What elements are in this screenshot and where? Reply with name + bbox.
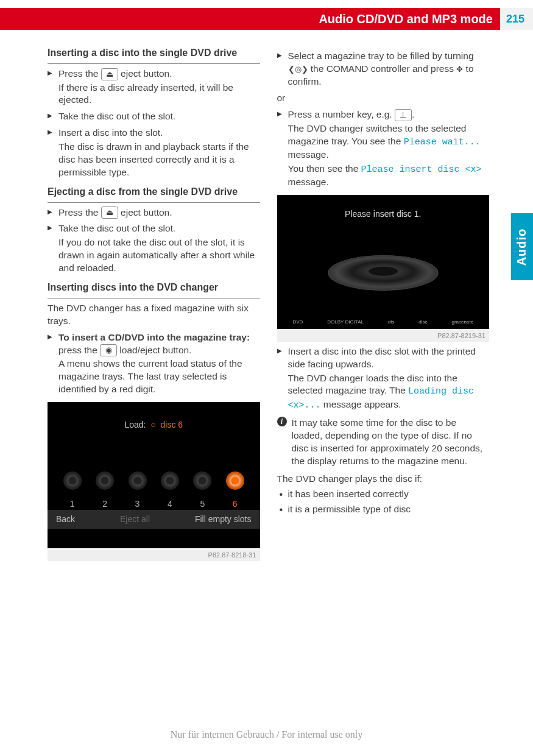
gracenote-logo: gracenote xyxy=(451,320,473,325)
main-content: Inserting a disc into the single DVD dri… xyxy=(48,46,489,561)
softkey-eject-all: Eject all xyxy=(120,514,150,525)
step-note: The DVD changer switches to the selected… xyxy=(288,122,490,161)
ss2-logos: DVD DOLBY DIGITAL dts disc gracenote xyxy=(277,316,490,329)
step-note: A menu shows the current load status of … xyxy=(58,358,260,396)
step: Take the disc out of the slot. If you do… xyxy=(48,222,260,275)
header-red-strip: Audio CD/DVD and MP3 mode xyxy=(0,8,500,30)
image-id: P82.87-8218-31 xyxy=(48,549,260,561)
please-insert-msg: Please insert disc <x> xyxy=(361,164,482,175)
slot-2: 2 xyxy=(96,472,114,510)
softkey-fill-empty: Fill empty slots xyxy=(195,514,252,525)
slot-5: 5 xyxy=(193,472,211,510)
please-wait-msg: Please wait... xyxy=(404,137,481,147)
step: Press a number key, e.g. ⊥. The DVD chan… xyxy=(277,108,490,189)
dts-logo: dts xyxy=(388,320,395,325)
right-column: Select a magazine tray to be filled by t… xyxy=(277,46,490,561)
bullet-item: it has been inserted correctly xyxy=(277,488,490,501)
softkey-back: Back xyxy=(56,514,75,525)
step-note: You then see the Please insert disc <x> … xyxy=(288,163,490,189)
slot-3: 3 xyxy=(129,472,147,510)
step: Insert a disc into the slot. The disc is… xyxy=(48,127,260,179)
bullet-item: it is a permissible type of disc xyxy=(277,503,490,516)
step: Press the ⏏ eject button. xyxy=(48,207,260,219)
slot-4: 4 xyxy=(161,472,179,510)
press-controller-icon: ✥ xyxy=(456,64,463,75)
section-insert-changer: Inserting discs into the DVD changer xyxy=(48,281,260,299)
ss1-title: Load: ○ disc 6 xyxy=(48,402,260,431)
dvd-logo: DVD xyxy=(292,320,303,325)
insert-disc-screenshot: Please insert disc 1. DVD DOLBY DIGITAL … xyxy=(277,195,490,329)
step-note: If there is a disc already inserted, it … xyxy=(58,82,260,107)
rotate-controller-icon: ❮◎❯ xyxy=(288,64,308,75)
step: To insert a CD/DVD into the magazine tra… xyxy=(48,331,260,397)
intro-text: The DVD changer has a fixed magazine wit… xyxy=(48,302,260,328)
ss2-message: Please insert disc 1. xyxy=(277,195,490,226)
eject-key-icon: ⏏ xyxy=(101,68,118,80)
step: Press the ⏏ eject button. If there is a … xyxy=(48,68,260,107)
step-note: The disc is drawn in and playback starts… xyxy=(58,141,260,179)
header-title: Audio CD/DVD and MP3 mode xyxy=(319,12,500,26)
footer-internal-use: Nur für internen Gebrauch / For internal… xyxy=(0,729,533,740)
ss1-slots: 1 2 3 4 5 6 xyxy=(48,431,260,510)
section-insert-single: Inserting a disc into the single DVD dri… xyxy=(48,46,260,64)
page-number: 215 xyxy=(500,8,533,30)
number-key-icon: ⊥ xyxy=(395,109,412,121)
step: Take the disc out of the slot. xyxy=(48,110,260,123)
step: Insert a disc into the disc slot with th… xyxy=(277,345,490,412)
image-id: P82.87-8219-31 xyxy=(277,330,490,342)
slot-6-active: 6 xyxy=(226,472,244,510)
step-note: The DVD changer loads the disc into the … xyxy=(288,372,490,412)
eject-key-icon: ⏏ xyxy=(101,207,118,219)
load-eject-key-icon: ◉ xyxy=(100,344,117,356)
cd-logo: disc xyxy=(418,320,427,325)
section-eject-single: Ejecting a disc from the single DVD driv… xyxy=(48,185,260,203)
side-tab-audio: Audio xyxy=(511,213,533,280)
step: Select a magazine tray to be filled by t… xyxy=(277,50,490,88)
ss1-softkeys: Back Eject all Fill empty slots xyxy=(48,510,260,529)
left-column: Inserting a disc into the single DVD dri… xyxy=(48,46,260,561)
page-header: Audio CD/DVD and MP3 mode 215 xyxy=(0,8,533,30)
or-separator: or xyxy=(277,92,490,105)
slot-1: 1 xyxy=(63,472,82,510)
plain-text: The DVD changer plays the disc if: xyxy=(277,473,490,486)
load-menu-screenshot: Load: ○ disc 6 1 2 3 4 5 6 Back Eject al… xyxy=(48,402,260,548)
step-note: If you do not take the disc out of the s… xyxy=(58,236,260,275)
info-note: It may take some time for the disc to be… xyxy=(277,417,490,468)
dolby-logo: DOLBY DIGITAL xyxy=(327,320,364,325)
ss2-disc-graphic xyxy=(277,226,490,316)
side-tab-label: Audio xyxy=(515,228,529,266)
